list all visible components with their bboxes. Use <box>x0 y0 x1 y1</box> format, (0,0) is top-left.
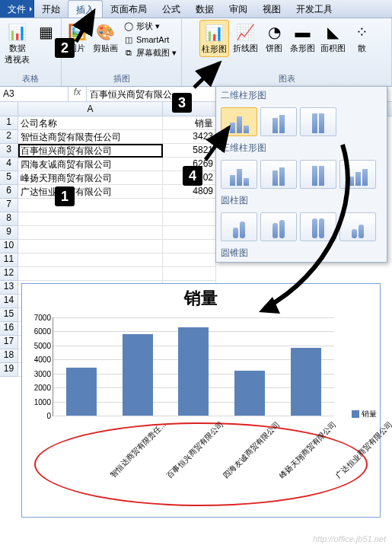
section-cone: 圆锥图 <box>216 244 387 262</box>
area-chart-button[interactable]: ◣ 面积图 <box>319 20 347 56</box>
cell-B9[interactable] <box>163 226 216 240</box>
cell-B10[interactable] <box>163 240 216 253</box>
chart-type-100stacked-column-2d[interactable] <box>300 107 336 136</box>
tab-dev[interactable]: 开发工具 <box>288 0 340 18</box>
legend-swatch <box>352 410 359 418</box>
cell-B12[interactable] <box>163 267 216 281</box>
group-tables: 📊 数据 透视表 ▦ 表格 <box>0 18 62 86</box>
clipart-button[interactable]: 🎨 剪贴画 <box>91 20 120 56</box>
section-cylinder: 圆柱图 <box>216 192 387 209</box>
cell-B8[interactable] <box>163 212 216 226</box>
row-header[interactable]: 1 <box>0 116 18 130</box>
scatter-chart-icon: ⁘ <box>351 21 372 43</box>
row-header[interactable]: 4 <box>0 158 18 171</box>
tab-data[interactable]: 数据 <box>188 0 221 18</box>
row-header[interactable]: 10 <box>0 240 18 253</box>
row-header[interactable]: 16 <box>0 322 18 336</box>
chart-x-label: 四海友诚商贸有限公司 <box>221 419 283 481</box>
cell-A3[interactable]: 百事恒兴商贸有限公司 <box>18 144 163 158</box>
chart-title: 销量 <box>22 287 380 310</box>
row-header[interactable]: 14 <box>0 295 18 308</box>
row-header[interactable]: 18 <box>0 349 18 363</box>
cell-B3[interactable]: 5821 <box>163 144 216 158</box>
cell-A2[interactable]: 智恒达商贸有限责任公司 <box>18 130 163 144</box>
row-header[interactable]: 8 <box>0 212 18 226</box>
group-charts-label: 图表 <box>279 73 295 84</box>
name-box[interactable]: A3 <box>0 87 69 101</box>
chart-type-clustered-cylinder[interactable] <box>221 212 257 241</box>
row-header[interactable]: 2 <box>0 130 18 144</box>
cell-A1[interactable]: 公司名称 <box>18 116 163 130</box>
row-header[interactable]: 5 <box>0 171 18 185</box>
row-header[interactable]: 3 <box>0 144 18 158</box>
bar-chart-icon: ▬ <box>292 21 314 43</box>
chart-type-cylinder-3d[interactable] <box>339 212 376 241</box>
row-header[interactable]: 17 <box>0 336 18 349</box>
row-header[interactable]: 6 <box>0 185 18 199</box>
cell-A9[interactable] <box>18 226 163 240</box>
chart-type-stacked-cylinder[interactable] <box>260 212 297 241</box>
cell-B7[interactable] <box>163 199 216 212</box>
chart-type-column-3d[interactable] <box>339 160 376 189</box>
cell-A4[interactable]: 四海友诚商贸有限公司 <box>18 158 163 171</box>
cell-B6[interactable]: 4809 <box>163 185 216 199</box>
tab-insert[interactable]: 插入 <box>68 0 103 18</box>
scatter-chart-button[interactable]: ⁘ 散 <box>349 20 374 56</box>
chevron-down-icon: ▾ <box>172 48 177 58</box>
smartart-icon: ◫ <box>123 34 134 45</box>
tab-home[interactable]: 开始 <box>34 0 68 18</box>
cell-B11[interactable] <box>163 253 216 267</box>
cell-A12[interactable] <box>18 267 163 281</box>
row-header[interactable]: 11 <box>0 253 18 267</box>
chart-legend: 销量 <box>352 409 377 419</box>
table-icon: ▦ <box>35 21 56 43</box>
tab-view[interactable]: 视图 <box>255 0 288 18</box>
row-header[interactable]: 15 <box>0 308 18 322</box>
chart-type-100stacked-cylinder[interactable] <box>300 212 336 241</box>
cell-B1[interactable]: 销量 <box>163 116 216 130</box>
tab-formula[interactable]: 公式 <box>155 0 188 18</box>
row-header[interactable]: 9 <box>0 226 18 240</box>
cell-A6[interactable]: 广达恒业商贸有限公司 <box>18 185 163 199</box>
col-header-A[interactable]: A <box>18 102 163 116</box>
row-header[interactable]: 7 <box>0 199 18 212</box>
cell-A8[interactable] <box>18 212 163 226</box>
cell-A10[interactable] <box>18 240 163 253</box>
group-tables-label: 表格 <box>22 73 39 84</box>
pivot-table-button[interactable]: 📊 数据 透视表 <box>3 20 31 67</box>
chart-type-stacked-column-2d[interactable] <box>260 107 297 136</box>
shapes-button[interactable]: ◯形状▾ <box>122 20 178 33</box>
table-row: 12 <box>0 267 392 281</box>
group-charts: 📊 柱形图 📈 折线图 ◔ 饼图 ▬ 条形图 ◣ 面积图 ⁘ 散 <box>182 18 392 86</box>
cell-A11[interactable] <box>18 253 163 267</box>
cell-B2[interactable]: 3423 <box>163 130 216 144</box>
row-header[interactable]: 12 <box>0 267 18 281</box>
row-header[interactable]: 19 <box>0 363 18 377</box>
callout-3: 3 <box>172 93 192 113</box>
column-chart-button[interactable]: 📊 柱形图 <box>199 20 229 57</box>
chart-plot-area: 01000200030004000500060007000 <box>53 317 334 416</box>
bar-chart-button[interactable]: ▬ 条形图 <box>288 20 317 56</box>
pie-chart-button[interactable]: ◔ 饼图 <box>262 20 286 56</box>
fx-button[interactable]: fx <box>69 87 87 101</box>
clipart-icon: 🎨 <box>95 21 116 43</box>
chart-type-clustered-column-3d[interactable] <box>221 160 257 189</box>
cell-A5[interactable]: 峰扬天翔商贸有限公司 <box>18 171 163 185</box>
tab-file[interactable]: 文件 <box>0 0 34 18</box>
cell-A7[interactable] <box>18 199 163 212</box>
smartart-button[interactable]: ◫SmartArt <box>122 33 178 46</box>
tab-review[interactable]: 审阅 <box>221 0 255 18</box>
select-all-corner[interactable] <box>0 102 18 116</box>
line-chart-button[interactable]: 📈 折线图 <box>231 20 260 56</box>
screenshot-button[interactable]: ⧉屏幕截图▾ <box>122 46 178 59</box>
row-header[interactable]: 13 <box>0 281 18 295</box>
chart-bar <box>66 368 97 416</box>
watermark: http://office.jb51.net <box>313 534 386 543</box>
chart-type-stacked-column-3d[interactable] <box>260 160 297 189</box>
embedded-chart[interactable]: 销量 01000200030004000500060007000 销量 智恒达商… <box>21 283 381 518</box>
chart-type-100stacked-column-3d[interactable] <box>300 160 336 189</box>
tab-layout[interactable]: 页面布局 <box>103 0 155 18</box>
chart-x-label: 百事恒兴商贸有限公司 <box>165 419 227 481</box>
chart-type-clustered-column-2d[interactable] <box>221 107 257 136</box>
callout-2: 2 <box>55 38 75 58</box>
